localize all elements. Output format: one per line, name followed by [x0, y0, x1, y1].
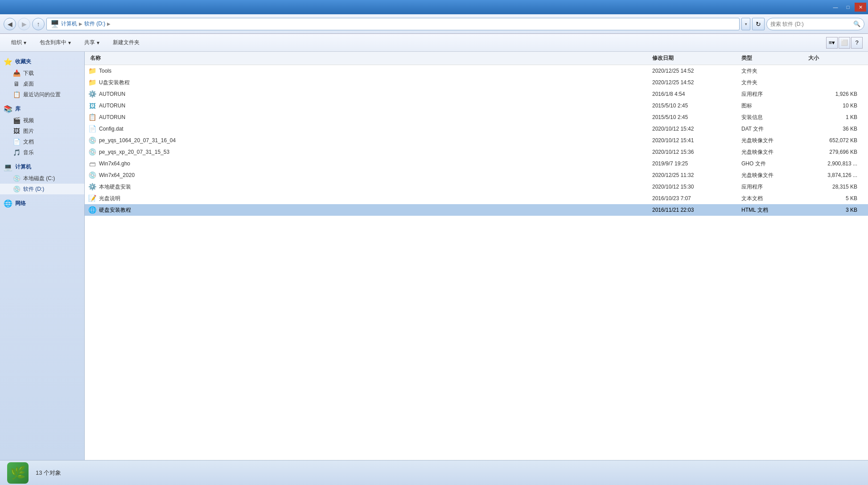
table-row[interactable]: 📁 Tools 2020/12/25 14:52 文件夹: [85, 65, 868, 77]
file-size: 5 KB: [806, 195, 864, 201]
table-row[interactable]: 💿 pe_yqs_xp_20_07_31_15_53 2020/10/12 15…: [85, 146, 868, 158]
view-toggle-button[interactable]: ≡▾: [826, 37, 838, 49]
include-library-button[interactable]: 包含到库中 ▾: [34, 36, 77, 49]
downloads-label: 下载: [23, 70, 34, 77]
minimize-button[interactable]: —: [830, 3, 841, 12]
network-label: 网络: [15, 200, 26, 207]
sidebar-item-docs[interactable]: 📄 文档: [0, 136, 84, 147]
col-modified[interactable]: 修改日期: [650, 53, 740, 63]
file-name-cell: 📁 U盘安装教程: [88, 78, 650, 86]
file-name: AUTORUN: [99, 114, 125, 120]
file-type-icon: 💿: [88, 171, 96, 179]
file-modified: 2020/10/12 15:30: [650, 184, 740, 190]
close-button[interactable]: ✕: [855, 3, 866, 12]
file-type-icon: 🖼: [88, 102, 96, 110]
sidebar-item-recent[interactable]: 📋 最近访问的位置: [0, 89, 84, 100]
table-row[interactable]: ⚙️ AUTORUN 2016/1/8 4:54 应用程序 1,926 KB: [85, 88, 868, 100]
library-label: 库: [15, 105, 21, 113]
sidebar-computer-header[interactable]: 💻 计算机: [0, 160, 84, 173]
file-type: 文件夹: [740, 79, 806, 86]
file-name-cell: 💿 pe_yqs_1064_20_07_31_16_04: [88, 136, 650, 144]
back-button[interactable]: ◀: [4, 18, 16, 30]
computer-label: 计算机: [15, 163, 31, 171]
refresh-button[interactable]: ↻: [752, 18, 765, 30]
soft-d-label: 软件 (D:): [23, 185, 44, 193]
table-row[interactable]: 📁 U盘安装教程 2020/12/25 14:52 文件夹: [85, 77, 868, 88]
preview-pane-button[interactable]: ⬜: [839, 37, 850, 49]
view-buttons: ≡▾ ⬜ ?: [826, 37, 863, 49]
col-size[interactable]: 大小: [806, 53, 864, 63]
breadcrumb-dropdown[interactable]: ▾: [741, 18, 750, 30]
forward-button[interactable]: ▶: [18, 18, 30, 30]
file-name-cell: 💿 pe_yqs_xp_20_07_31_15_53: [88, 148, 650, 156]
music-icon: 🎵: [12, 148, 21, 156]
breadcrumb-drive[interactable]: 软件 (D:): [84, 20, 105, 28]
maximize-button[interactable]: □: [842, 3, 854, 12]
table-row[interactable]: 🌐 硬盘安装教程 2016/11/21 22:03 HTML 文档 3 KB: [85, 204, 868, 216]
file-size: 652,072 KB: [806, 137, 864, 144]
file-name-cell: 📝 光盘说明: [88, 194, 650, 202]
breadcrumb: 🖥️ 计算机 ▶ 软件 (D:) ▶: [46, 18, 740, 30]
star-icon: ⭐: [4, 57, 12, 66]
share-button[interactable]: 共享 ▾: [78, 36, 105, 49]
sidebar-item-images[interactable]: 🖼 图片: [0, 126, 84, 136]
sidebar-item-desktop[interactable]: 🖥 桌面: [0, 78, 84, 89]
breadcrumb-computer[interactable]: 计算机: [61, 20, 77, 28]
organize-button[interactable]: 组织 ▾: [5, 36, 32, 49]
file-name-cell: ⚙️ 本地硬盘安装: [88, 183, 650, 191]
file-name-cell: 🌐 硬盘安装教程: [88, 206, 650, 214]
search-input[interactable]: [770, 21, 852, 27]
sidebar-network-header[interactable]: 🌐 网络: [0, 197, 84, 210]
file-modified: 2020/12/25 11:32: [650, 172, 740, 178]
status-count: 13 个对象: [36, 469, 61, 477]
file-type-icon: ⚙️: [88, 183, 96, 191]
sidebar-library-header[interactable]: 📚 库: [0, 103, 84, 115]
sidebar-item-video[interactable]: 🎬 视频: [0, 115, 84, 126]
table-row[interactable]: 🗃 Win7x64.gho 2019/9/7 19:25 GHO 文件 2,90…: [85, 158, 868, 169]
file-type-icon: 📁: [88, 78, 96, 86]
file-type: 应用程序: [740, 90, 806, 98]
table-row[interactable]: 💿 Win7x64_2020 2020/12/25 11:32 光盘映像文件 3…: [85, 169, 868, 181]
file-list-header: 名称 修改日期 类型 大小: [85, 52, 868, 65]
file-type-icon: 📁: [88, 67, 96, 75]
sidebar-item-downloads[interactable]: 📥 下载: [0, 68, 84, 78]
file-type: 光盘映像文件: [740, 148, 806, 156]
toolbar: 组织 ▾ 包含到库中 ▾ 共享 ▾ 新建文件夹 ≡▾ ⬜ ?: [0, 34, 868, 52]
table-row[interactable]: 📋 AUTORUN 2015/5/10 2:45 安装信息 1 KB: [85, 111, 868, 123]
file-modified: 2020/10/12 15:42: [650, 126, 740, 132]
sidebar-section-network: 🌐 网络: [0, 197, 84, 210]
help-button[interactable]: ?: [851, 37, 863, 49]
sidebar-section-favorites: ⭐ 收藏夹 📥 下载 🖥 桌面 📋 最近访问的位置: [0, 55, 84, 100]
file-type-icon: 💿: [88, 148, 96, 156]
sidebar-item-local-c[interactable]: 💿 本地磁盘 (C:): [0, 173, 84, 184]
docs-icon: 📄: [12, 138, 21, 146]
file-modified: 2020/12/25 14:52: [650, 79, 740, 86]
file-modified: 2020/12/25 14:52: [650, 68, 740, 74]
table-row[interactable]: 💿 pe_yqs_1064_20_07_31_16_04 2020/10/12 …: [85, 135, 868, 146]
up-button[interactable]: ↑: [32, 18, 45, 30]
music-label: 音乐: [23, 149, 34, 156]
file-name: Win7x64_2020: [99, 172, 135, 178]
file-type: 光盘映像文件: [740, 137, 806, 144]
col-name[interactable]: 名称: [88, 53, 650, 63]
file-size: 1,926 KB: [806, 91, 864, 97]
table-row[interactable]: ⚙️ 本地硬盘安装 2020/10/12 15:30 应用程序 28,315 K…: [85, 181, 868, 193]
table-row[interactable]: 📝 光盘说明 2016/10/23 7:07 文本文档 5 KB: [85, 193, 868, 204]
file-name-cell: ⚙️ AUTORUN: [88, 90, 650, 98]
search-icon[interactable]: 🔍: [853, 21, 860, 27]
drive-c-icon: 💿: [12, 174, 21, 182]
sidebar-item-music[interactable]: 🎵 音乐: [0, 147, 84, 158]
file-name-cell: 📄 Config.dat: [88, 125, 650, 133]
table-row[interactable]: 🖼 AUTORUN 2015/5/10 2:45 图标 10 KB: [85, 100, 868, 111]
network-icon: 🌐: [4, 199, 12, 208]
table-row[interactable]: 📄 Config.dat 2020/10/12 15:42 DAT 文件 36 …: [85, 123, 868, 135]
new-folder-button[interactable]: 新建文件夹: [107, 36, 145, 49]
file-size: 1 KB: [806, 114, 864, 120]
col-type[interactable]: 类型: [740, 53, 806, 63]
recent-icon: 📋: [12, 90, 21, 99]
file-type: 应用程序: [740, 183, 806, 191]
sidebar-item-soft-d[interactable]: 💿 软件 (D:): [0, 184, 84, 194]
breadcrumb-arrow-2: ▶: [107, 21, 111, 26]
sidebar-favorites-header[interactable]: ⭐ 收藏夹: [0, 55, 84, 68]
images-icon: 🖼: [12, 127, 21, 135]
